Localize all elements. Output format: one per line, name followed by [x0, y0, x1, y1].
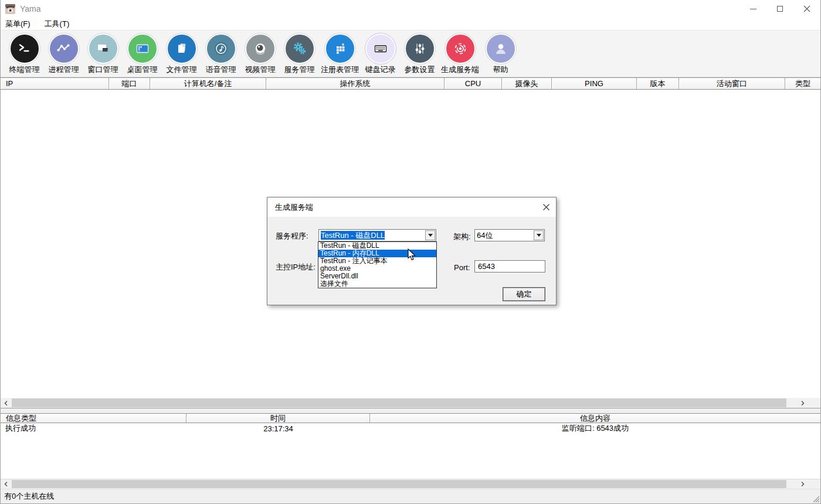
close-button[interactable] — [793, 0, 820, 18]
dropdown-item[interactable]: 选择文件 — [318, 280, 436, 288]
ok-button[interactable]: 确定 — [503, 287, 545, 301]
toolbar-button-registry[interactable]: 注册表管理 — [319, 33, 361, 75]
close-icon — [542, 203, 550, 211]
app-window: Yama 菜单(F) 工具(T) 终端管理 进程管理 — [0, 0, 821, 504]
chevron-down-icon — [428, 234, 433, 237]
log-row[interactable]: 执行成功 23:17:34 监听端口: 6543成功 — [1, 423, 820, 434]
column-header-version[interactable]: 版本 — [637, 78, 679, 89]
toolbar-label: 参数设置 — [405, 64, 435, 75]
scroll-right-icon[interactable] — [798, 479, 808, 489]
log-content: 监听端口: 6543成功 — [370, 423, 820, 434]
column-header-active-window[interactable]: 活动窗口 — [679, 78, 785, 89]
toolbar-button-video[interactable]: 视频管理 — [240, 33, 280, 75]
toolbar-label: 文件管理 — [167, 64, 197, 75]
column-header-message-content[interactable]: 信息内容 — [370, 414, 820, 423]
service-program-dropdown-list: TestRun - 磁盘DLL TestRun - 内存DLL TestRun … — [318, 241, 437, 288]
toolbar-label: 服务管理 — [284, 64, 315, 75]
toolbar-button-settings[interactable]: 参数设置 — [400, 33, 439, 75]
toolbar-label: 生成服务端 — [441, 64, 479, 75]
services-icon — [286, 35, 314, 63]
menu-item-menu[interactable]: 菜单(F) — [5, 19, 30, 29]
window-icon — [89, 35, 117, 63]
dialog-close-button[interactable] — [536, 197, 556, 217]
ok-button-label: 确定 — [517, 289, 532, 299]
toolbar-button-generate-server[interactable]: 生成服务端 — [439, 33, 481, 75]
service-program-combobox[interactable]: TestRun - 磁盘DLL — [318, 229, 436, 241]
service-program-value: TestRun - 磁盘DLL — [321, 231, 385, 240]
arch-combobox[interactable]: 64位 — [474, 229, 545, 241]
column-header-camera[interactable]: 摄像头 — [502, 78, 552, 89]
terminal-icon — [11, 35, 39, 63]
scrollbar-thumb[interactable] — [12, 480, 786, 488]
port-input[interactable]: 6543 — [474, 260, 545, 273]
toolbar-label: 窗口管理 — [88, 64, 118, 75]
arch-label: 架构: — [453, 231, 471, 242]
resize-grip-icon[interactable] — [812, 495, 820, 503]
process-icon — [50, 35, 78, 63]
minimize-button[interactable] — [739, 0, 766, 18]
menubar: 菜单(F) 工具(T) — [1, 18, 820, 30]
toolbar-button-audio[interactable]: 语音管理 — [201, 33, 240, 75]
titlebar: Yama — [1, 0, 820, 18]
statusbar: 有0个主机在线 — [1, 489, 820, 503]
scroll-left-icon[interactable] — [1, 479, 11, 489]
column-header-type[interactable]: 类型 — [785, 78, 820, 89]
toolbar-button-help[interactable]: 帮助 — [481, 33, 520, 75]
log-table-header: 信息类型 时间 信息内容 — [1, 413, 820, 423]
toolbar-label: 视频管理 — [245, 64, 276, 75]
arch-value: 64位 — [475, 230, 493, 241]
log-list-area: 执行成功 23:17:34 监听端口: 6543成功 — [1, 423, 820, 479]
toolbar-label: 终端管理 — [9, 64, 40, 75]
dialog-titlebar: 生成服务端 — [267, 197, 556, 217]
maximize-icon — [777, 6, 783, 12]
menu-item-tools[interactable]: 工具(T) — [45, 19, 70, 29]
toolbar: 终端管理 进程管理 窗口管理 桌面管理 文件管理 — [1, 30, 820, 77]
combo-dropdown-button[interactable] — [425, 230, 435, 240]
window-title: Yama — [20, 4, 41, 13]
hosts-horizontal-scrollbar[interactable] — [1, 398, 820, 408]
keyboard-icon — [367, 35, 395, 63]
toolbar-label: 桌面管理 — [127, 64, 158, 75]
scroll-left-icon[interactable] — [1, 398, 11, 408]
toolbar-button-terminal[interactable]: 终端管理 — [5, 33, 44, 75]
toolbar-button-services[interactable]: 服务管理 — [280, 33, 319, 75]
minimize-icon — [750, 9, 756, 9]
toolbar-button-windows[interactable]: 窗口管理 — [83, 33, 123, 75]
toolbar-button-keylogger[interactable]: 键盘记录 — [361, 33, 400, 75]
scrollbar-thumb[interactable] — [12, 399, 786, 407]
file-icon — [168, 35, 196, 63]
log-horizontal-scrollbar[interactable] — [1, 479, 820, 489]
column-header-time[interactable]: 时间 — [186, 414, 370, 423]
column-header-ping[interactable]: PING — [552, 78, 637, 89]
column-header-computer-name[interactable]: 计算机名/备注 — [150, 78, 266, 89]
column-header-ip[interactable]: IP — [1, 78, 109, 89]
params-icon — [406, 35, 434, 63]
column-header-cpu[interactable]: CPU — [445, 78, 502, 89]
desktop-icon — [128, 35, 157, 63]
dialog-title: 生成服务端 — [275, 202, 313, 213]
video-icon — [246, 35, 274, 63]
close-icon — [803, 5, 810, 12]
toolbar-label: 进程管理 — [49, 64, 79, 75]
audio-icon — [207, 35, 235, 63]
scroll-right-icon[interactable] — [798, 398, 808, 408]
app-logo-icon — [5, 4, 15, 14]
maximize-button[interactable] — [766, 0, 793, 18]
mouse-cursor-icon — [408, 248, 416, 261]
combo-dropdown-button[interactable] — [534, 230, 544, 240]
toolbar-button-files[interactable]: 文件管理 — [162, 33, 201, 75]
panel-splitter[interactable] — [1, 408, 820, 413]
toolbar-button-process[interactable]: 进程管理 — [44, 33, 83, 75]
toolbar-button-desktop[interactable]: 桌面管理 — [123, 33, 162, 75]
log-time: 23:17:34 — [186, 424, 370, 433]
column-header-os[interactable]: 操作系统 — [266, 78, 445, 89]
generate-server-icon — [446, 35, 474, 63]
column-header-port[interactable]: 端口 — [109, 78, 150, 89]
toolbar-label: 键盘记录 — [365, 64, 396, 75]
registry-icon — [326, 35, 354, 63]
chevron-down-icon — [537, 234, 541, 237]
master-ip-label: 主控IP地址: — [276, 262, 315, 273]
service-program-label: 服务程序: — [276, 231, 308, 241]
status-text: 有0个主机在线 — [4, 491, 54, 502]
column-header-message-type[interactable]: 信息类型 — [1, 414, 186, 423]
